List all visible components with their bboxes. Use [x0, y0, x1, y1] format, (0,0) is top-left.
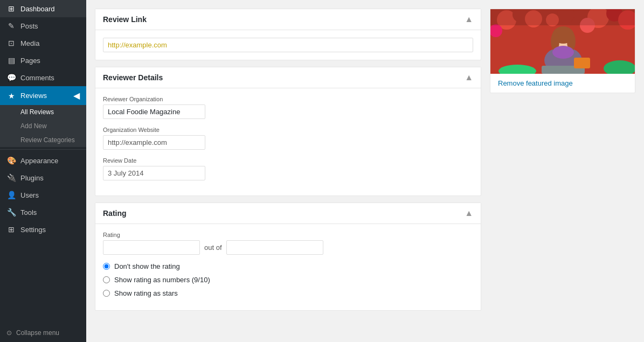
users-icon: 👤 — [6, 191, 16, 199]
plugins-icon: 🔌 — [6, 173, 16, 182]
org-group: Reviewer Organization — [103, 96, 473, 119]
rating-body: Rating out of Don't show the rating Show… — [95, 224, 481, 310]
review-link-toggle[interactable]: ▲ — [465, 15, 473, 24]
pages-icon: ▤ — [6, 56, 16, 65]
reviews-submenu: All Reviews Add New Review Categories — [0, 105, 86, 147]
sidebar-item-media[interactable]: ⊡ Media — [0, 34, 86, 52]
sidebar-item-reviews[interactable]: ★ Reviews ◀ — [0, 86, 86, 105]
rating-max-input[interactable] — [226, 240, 323, 255]
comments-icon: 💬 — [6, 73, 16, 82]
reviewer-details-body: Reviewer Organization Organization Websi… — [95, 88, 481, 196]
featured-image-panel: Remove featured image — [490, 9, 635, 93]
sidebar-divider — [0, 149, 86, 150]
sidebar-subitem-all-reviews[interactable]: All Reviews — [0, 105, 86, 119]
svg-rect-11 — [490, 9, 635, 25]
featured-image-svg — [490, 9, 635, 74]
website-input[interactable] — [103, 135, 205, 150]
org-label: Reviewer Organization — [103, 96, 473, 102]
sidebar-item-posts[interactable]: ✎ Posts — [0, 17, 86, 34]
collapse-icon: ⊙ — [6, 329, 12, 337]
rating-value-input[interactable] — [103, 240, 200, 255]
sidebar-item-dashboard[interactable]: ⊞ Dashboard — [0, 0, 86, 17]
remove-featured-image-link[interactable]: Remove featured image — [490, 74, 635, 93]
radio-numbers-label: Show rating as numbers (9/10) — [114, 276, 210, 284]
sidebar-item-plugins[interactable]: 🔌 Plugins — [0, 169, 86, 186]
rating-panel: Rating ▲ Rating out of Don't show the ra… — [95, 203, 481, 311]
rating-toggle[interactable]: ▲ — [465, 208, 473, 218]
reviewer-details-panel: Reviewer Details ▲ Reviewer Organization… — [95, 67, 481, 196]
radio-stars-input[interactable] — [103, 290, 110, 297]
reviewer-details-title: Reviewer Details — [103, 73, 163, 82]
radio-no-rating[interactable]: Don't show the rating — [103, 262, 473, 270]
collapse-menu[interactable]: ⊙ Collapse menu — [0, 324, 86, 342]
out-of-label: out of — [204, 243, 222, 252]
date-label: Review Date — [103, 157, 473, 164]
review-link-panel: Review Link ▲ — [95, 9, 481, 60]
rating-header: Rating ▲ — [95, 203, 481, 224]
tools-icon: 🔧 — [6, 208, 16, 217]
rating-label: Rating — [103, 232, 473, 238]
radio-no-rating-label: Don't show the rating — [114, 262, 180, 270]
rating-title: Rating — [103, 209, 127, 218]
review-link-title: Review Link — [103, 15, 147, 24]
content-area: Review Link ▲ Reviewer Details ▲ Reviewe… — [95, 9, 481, 333]
radio-stars[interactable]: Show rating as stars — [103, 289, 473, 297]
sidebar-item-settings[interactable]: ⊞ Settings — [0, 221, 86, 238]
dashboard-icon: ⊞ — [6, 4, 16, 13]
date-input[interactable] — [103, 166, 205, 180]
rating-input-group: Rating out of — [103, 232, 473, 255]
sidebar-item-comments[interactable]: 💬 Comments — [0, 69, 86, 86]
svg-point-17 — [552, 46, 574, 59]
sidebar-item-appearance[interactable]: 🎨 Appearance — [0, 152, 86, 169]
featured-image-container — [490, 9, 635, 74]
sidebar-item-tools[interactable]: 🔧 Tools — [0, 204, 86, 221]
review-link-header: Review Link ▲ — [95, 9, 481, 30]
sidebar: ⊞ Dashboard ✎ Posts ⊡ Media ▤ Pages 💬 Co… — [0, 0, 86, 342]
right-sidebar: Remove featured image — [490, 9, 635, 333]
website-group: Organization Website — [103, 127, 473, 150]
media-icon: ⊡ — [6, 39, 16, 47]
date-group: Review Date — [103, 157, 473, 180]
settings-icon: ⊞ — [6, 225, 16, 234]
sidebar-item-users[interactable]: 👤 Users — [0, 186, 86, 204]
sidebar-subitem-add-new[interactable]: Add New — [0, 119, 86, 133]
reviews-icon: ★ — [6, 92, 16, 100]
reviews-arrow-icon: ◀ — [73, 90, 80, 101]
sidebar-subitem-review-categories[interactable]: Review Categories — [0, 133, 86, 147]
reviewer-details-header: Reviewer Details ▲ — [95, 67, 481, 88]
sidebar-item-pages[interactable]: ▤ Pages — [0, 52, 86, 69]
rating-row: out of — [103, 240, 473, 255]
svg-rect-19 — [574, 58, 590, 68]
org-input[interactable] — [103, 104, 205, 119]
radio-stars-label: Show rating as stars — [114, 289, 178, 297]
appearance-icon: 🎨 — [6, 156, 16, 165]
main-content: Review Link ▲ Reviewer Details ▲ Reviewe… — [86, 0, 644, 342]
website-label: Organization Website — [103, 127, 473, 133]
reviewer-details-toggle[interactable]: ▲ — [465, 73, 473, 82]
radio-no-rating-input[interactable] — [103, 263, 110, 270]
posts-icon: ✎ — [6, 22, 16, 30]
radio-numbers-input[interactable] — [103, 276, 110, 283]
review-link-body — [95, 30, 481, 60]
review-link-input[interactable] — [103, 38, 473, 52]
radio-numbers[interactable]: Show rating as numbers (9/10) — [103, 276, 473, 284]
